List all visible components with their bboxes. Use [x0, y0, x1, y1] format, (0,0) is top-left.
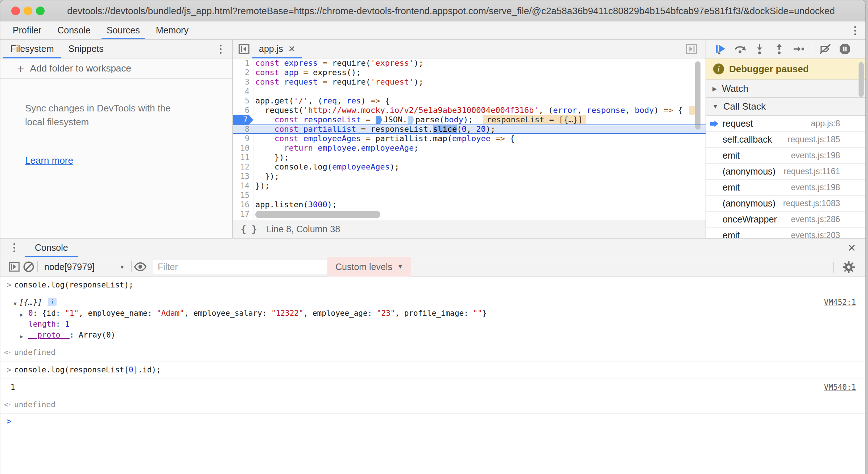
line-number[interactable]: 3 [233, 77, 253, 87]
deactivate-breakpoints-icon[interactable] [817, 42, 833, 56]
step-icon[interactable] [791, 42, 807, 56]
hide-navigator-icon[interactable] [238, 43, 250, 55]
resume-script-icon[interactable] [712, 42, 728, 56]
inline-breakpoint-marker[interactable] [376, 116, 382, 124]
line-number[interactable]: 9 [233, 134, 253, 143]
execution-context-selector[interactable]: node[97979] ▼ [39, 262, 130, 272]
line-number[interactable]: 4 [233, 87, 253, 96]
line-number[interactable]: 10 [233, 143, 253, 153]
line-number[interactable]: 2 [233, 68, 253, 77]
drawer-kebab-icon[interactable] [13, 243, 15, 252]
line-number[interactable]: 14 [233, 181, 253, 191]
code-text[interactable]: const responseList = JSON.parse(body);re… [253, 115, 586, 124]
pause-on-exceptions-icon[interactable] [837, 42, 853, 56]
code-text[interactable]: }); [253, 153, 289, 162]
info-badge-icon[interactable]: i [48, 298, 57, 306]
show-console-sidebar-icon[interactable] [7, 260, 21, 274]
code-text[interactable]: const app = express(); [253, 68, 361, 77]
main-menu-kebab-icon[interactable] [854, 26, 856, 35]
call-stack-frame[interactable]: (anonymous)request.js:1083 [706, 196, 865, 212]
inline-breakpoint-marker[interactable] [408, 116, 414, 124]
tab-memory[interactable]: Memory [148, 21, 197, 39]
call-stack-frame[interactable]: emitevents.js:198 [706, 180, 865, 196]
tab-profiler[interactable]: Profiler [5, 21, 49, 39]
horizontal-scrollbar[interactable] [255, 211, 380, 218]
close-window-button[interactable] [11, 7, 20, 15]
twisty-collapsed-icon[interactable]: ▶ [20, 332, 23, 342]
line-number[interactable]: 12 [233, 162, 253, 172]
frame-location[interactable]: request.js:1083 [783, 199, 840, 208]
source-location-link[interactable]: VM540:1 [824, 383, 856, 392]
tab-filesystem[interactable]: Filesystem [3, 40, 61, 58]
step-into-icon[interactable] [752, 42, 768, 56]
call-stack-frame[interactable]: onceWrapperevents.js:286 [706, 212, 865, 228]
call-stack-section-header[interactable]: ▼ Call Stack [706, 98, 865, 116]
frame-location[interactable]: events.js:203 [791, 230, 840, 238]
code-editor[interactable]: 1const express = require('express');2con… [233, 58, 706, 220]
twisty-collapsed-icon[interactable]: ▶ [20, 310, 23, 320]
line-number[interactable]: 1 [233, 58, 253, 68]
line-number[interactable]: 6 [233, 106, 253, 115]
step-out-icon[interactable] [771, 42, 787, 56]
code-text[interactable]: }); [253, 172, 279, 181]
drawer-tab-console[interactable]: Console [25, 238, 78, 257]
code-text[interactable]: const express = require('express'); [253, 58, 423, 68]
console-settings-gear-icon[interactable] [842, 260, 856, 274]
breakpoint-marker[interactable]: 7 [233, 115, 253, 124]
code-text[interactable]: app.listen(3000); [253, 200, 337, 209]
editor-tab-appjs[interactable]: app.js ✕ [252, 40, 302, 58]
line-number[interactable]: 17 [233, 209, 253, 219]
call-stack-frame[interactable]: requestapp.js:8 [706, 116, 865, 132]
code-text[interactable]: app.get('/', (req, res) => { [253, 96, 390, 106]
tab-snippets[interactable]: Snippets [61, 40, 111, 58]
sidebar-scrollbar[interactable] [859, 62, 864, 97]
code-text[interactable]: const request = require('request'); [253, 77, 423, 87]
line-number[interactable]: 16 [233, 200, 253, 209]
source-location-link[interactable]: VM452:1 [824, 298, 856, 307]
code-text[interactable]: request('http://www.mocky.io/v2/5e1a9abe… [253, 106, 683, 115]
line-number[interactable]: 8 [233, 124, 253, 134]
tab-sources[interactable]: Sources [99, 21, 148, 39]
learn-more-link[interactable]: Learn more [25, 155, 73, 166]
watch-section-header[interactable]: ▶ Watch [706, 79, 865, 98]
code-text[interactable]: return employee.employeeAge; [253, 143, 418, 153]
twisty-expanded-icon[interactable]: ▼ [13, 299, 17, 309]
custom-levels-dropdown[interactable]: Custom levels ▼ [327, 257, 411, 277]
line-number[interactable]: 11 [233, 153, 253, 162]
console-filter-input[interactable] [153, 260, 327, 274]
pretty-print-icon[interactable]: { } [241, 224, 257, 234]
code-text[interactable] [253, 191, 255, 200]
code-text[interactable]: }); [253, 181, 270, 191]
minimize-window-button[interactable] [24, 7, 32, 15]
step-over-icon[interactable] [732, 42, 748, 56]
call-stack-frame[interactable]: self.callbackrequest.js:185 [706, 132, 865, 148]
close-tab-icon[interactable]: ✕ [288, 44, 295, 54]
frame-location[interactable]: events.js:286 [791, 214, 840, 224]
hide-debugger-sidebar-icon[interactable] [685, 43, 698, 55]
console-prompt[interactable]: > [0, 414, 865, 430]
code-text[interactable] [253, 87, 255, 96]
call-stack-frame[interactable]: (anonymous)request.js:1161 [706, 164, 865, 180]
console-messages[interactable]: >console.log(responseList);▼[{…}]i▶0: {i… [0, 277, 865, 474]
line-number[interactable]: 15 [233, 191, 253, 200]
code-text[interactable]: const employeeAges = partialList.map(emp… [253, 134, 514, 143]
frame-location[interactable]: events.js:198 [791, 151, 840, 160]
frame-location[interactable]: events.js:198 [791, 183, 840, 192]
live-expression-eye-icon[interactable] [133, 260, 148, 274]
add-folder-button[interactable]: + Add folder to workspace [0, 58, 232, 79]
line-number[interactable]: 5 [233, 96, 253, 106]
tab-console[interactable]: Console [49, 21, 99, 39]
zoom-window-button[interactable] [36, 7, 45, 15]
frame-location[interactable]: app.js:8 [811, 119, 840, 128]
close-drawer-icon[interactable]: ✕ [848, 242, 856, 254]
frame-location[interactable]: request.js:185 [788, 135, 840, 144]
call-stack-frame[interactable]: emitevents.js:203 [706, 228, 865, 238]
frame-location[interactable]: request.js:1161 [784, 167, 840, 176]
navigator-kebab-icon[interactable] [220, 45, 222, 54]
vertical-scrollbar[interactable] [695, 61, 700, 130]
call-stack-frame[interactable]: emitevents.js:198 [706, 148, 865, 164]
clear-console-icon[interactable] [21, 260, 36, 274]
code-text[interactable]: const partialList = responseList.slice(0… [253, 124, 495, 134]
code-text[interactable]: console.log(employeeAges); [253, 162, 399, 172]
line-number[interactable]: 13 [233, 172, 253, 181]
